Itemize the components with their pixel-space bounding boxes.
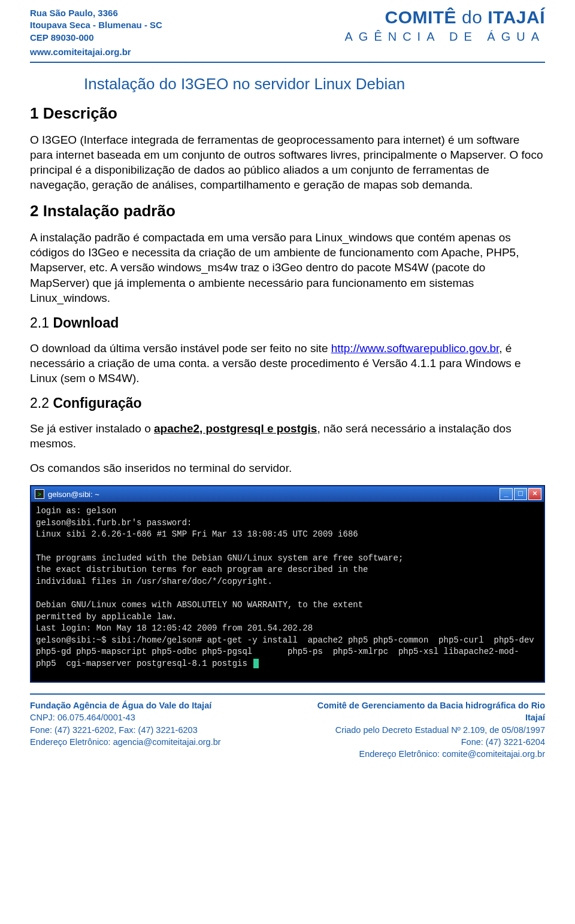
city: Itoupava Seca - Blumenau - SC [30,19,162,31]
footer-left: Fundação Agência de Água do Vale do Itaj… [30,699,221,760]
section-2-2-heading: 2.2 Configuração [30,395,545,411]
page-header: Rua São Paulo, 3366 Itoupava Seca - Blum… [30,7,545,63]
maximize-button[interactable]: □ [514,488,527,500]
download-link[interactable]: http://www.softwarepublico.gov.br [331,342,500,355]
terminal-icon: > [35,489,44,499]
section-2-1-title: Download [53,315,119,331]
footer-email-left: Endereço Eletrônico: agencia@comiteitaja… [30,736,221,748]
footer-right: Comitê de Gerenciamento da Bacia hidrogr… [298,699,545,760]
footer-phone-right: Fone: (47) 3221-6204 [298,736,545,748]
logo: COMITÊ do ITAJAÍ AGÊNCIA DE ÁGUA [345,7,546,44]
logo-word-2: do [462,7,482,27]
page-footer: Fundação Agência de Água do Vale do Itaj… [30,693,545,760]
document-title: Instalação do I3GEO no servidor Linux De… [84,75,545,93]
street: Rua São Paulo, 3366 [30,7,162,19]
terminal-body[interactable]: login as: gelson gelson@sibi.furb.br's p… [31,502,544,681]
text-before-link: O download da última versão instável pod… [30,342,331,355]
required-packages: apache2, postgresql e postgis [154,422,317,435]
terminal-title: gelson@sibi: ~ [48,490,99,499]
section-2-2-paragraph-1: Se já estiver instalado o apache2, postg… [30,421,545,451]
section-2-1-number: 2.1 [30,315,49,331]
section-2-2-title: Configuração [53,395,141,411]
logo-title: COMITÊ do ITAJAÍ [345,7,546,28]
close-button[interactable]: × [528,488,541,500]
terminal-titlebar[interactable]: > gelson@sibi: ~ _ □ × [31,486,544,502]
cep: CEP 89030-000 [30,32,162,44]
p1-before: Se já estiver instalado o [30,422,154,435]
document-body: Instalação do I3GEO no servidor Linux De… [30,75,545,683]
footer-right-title: Comitê de Gerenciamento da Bacia hidrogr… [298,699,545,724]
section-2-1-paragraph: O download da última versão instável pod… [30,341,545,386]
section-2-paragraph: A instalação padrão é compactada em uma … [30,230,545,305]
section-2-1-heading: 2.1 Download [30,315,545,331]
section-2-2-paragraph-2: Os comandos são inseridos no terminal do… [30,461,545,475]
section-1-heading: 1 Descrição [30,104,545,123]
terminal-text: login as: gelson gelson@sibi.furb.br's p… [36,506,539,668]
footer-left-title: Fundação Agência de Água do Vale do Itaj… [30,699,221,711]
logo-word-3: ITAJAÍ [488,7,545,27]
minimize-button[interactable]: _ [500,488,513,500]
terminal-window: > gelson@sibi: ~ _ □ × login as: gelson … [30,485,545,683]
terminal-cursor [253,659,259,668]
section-2-heading: 2 Instalação padrão [30,202,545,220]
section-1-paragraph: O I3GEO (Interface integrada de ferramen… [30,132,545,192]
section-2-2-number: 2.2 [30,395,49,411]
logo-subtitle: AGÊNCIA DE ÁGUA [345,30,546,44]
footer-phones-left: Fone: (47) 3221-6202, Fax: (47) 3221-620… [30,724,221,736]
footer-email-right: Endereço Eletrônico: comite@comiteitajai… [298,748,545,760]
logo-word-1: COMITÊ [385,7,456,27]
footer-cnpj: CNPJ: 06.075.464/0001-43 [30,711,221,723]
footer-decree: Criado pelo Decreto Estadual Nº 2.109, d… [298,724,545,736]
org-address: Rua São Paulo, 3366 Itoupava Seca - Blum… [30,7,162,58]
site-url: www.comiteitajai.org.br [30,46,162,58]
